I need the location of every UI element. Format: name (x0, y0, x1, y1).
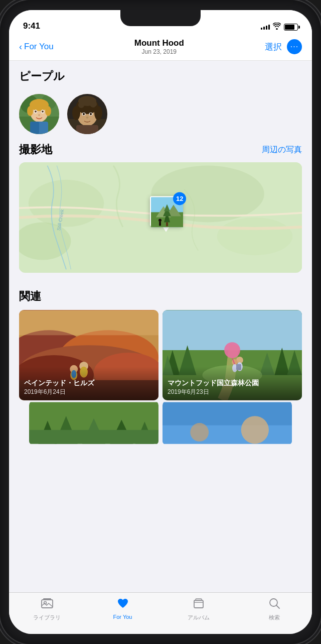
svg-rect-47 (159, 222, 161, 226)
tab-bar: ライブラリ For You アルバム (9, 592, 312, 634)
related-name-painted-hills: ペインテッド・ヒルズ (24, 379, 153, 388)
related-label-painted-hills: ペインテッド・ヒルズ 2019年6月24日 (19, 367, 158, 400)
svg-rect-87 (163, 425, 292, 444)
map-container[interactable]: Still Creek (19, 162, 302, 273)
wifi-icon (273, 23, 281, 31)
svg-point-22 (78, 102, 84, 108)
svg-rect-91 (43, 598, 51, 599)
svg-line-97 (276, 605, 279, 608)
back-button[interactable]: ‹ For You (19, 42, 54, 52)
svg-point-12 (38, 115, 40, 116)
svg-point-29 (90, 113, 92, 115)
tab-albums-label: アルバム (188, 614, 210, 621)
more-button[interactable]: ··· (287, 39, 302, 54)
albums-icon (193, 598, 205, 612)
nav-actions: 選択 ··· (265, 39, 302, 54)
svg-point-7 (45, 106, 51, 116)
status-icons (261, 23, 298, 31)
related-date-painted-hills: 2019年6月24日 (24, 388, 153, 396)
location-title: 撮影地 (19, 142, 52, 157)
svg-rect-94 (196, 599, 202, 600)
svg-point-33 (29, 180, 104, 227)
map-photo-thumb: 12 (150, 196, 182, 226)
location-section: 撮影地 周辺の写真 (9, 142, 312, 281)
page-title: Mount Hood (134, 38, 184, 48)
tab-for-you-label: For You (113, 614, 132, 620)
bottom-item-left[interactable] (29, 400, 158, 446)
more-icon: ··· (290, 43, 298, 51)
related-section: 関連 (9, 281, 312, 458)
svg-rect-55 (19, 310, 158, 336)
svg-point-88 (241, 416, 269, 444)
svg-point-89 (190, 423, 209, 442)
tab-albums[interactable]: アルバム (160, 598, 236, 621)
status-time: 9:41 (23, 21, 40, 31)
tab-library[interactable]: ライブラリ (9, 598, 85, 621)
bottom-item-right[interactable] (163, 400, 292, 446)
content-area: ピープル (9, 61, 312, 590)
back-label: For You (24, 42, 54, 52)
svg-point-35 (217, 218, 292, 255)
map-pin[interactable]: 12 (150, 196, 182, 232)
svg-rect-31 (76, 125, 98, 134)
people-section: ピープル (9, 61, 312, 94)
nav-title: Mount Hood Jun 23, 2019 (134, 38, 184, 55)
tab-for-you[interactable]: For You (85, 598, 160, 620)
location-header: 撮影地 周辺の写真 (19, 142, 302, 157)
tab-library-label: ライブラリ (33, 614, 61, 621)
nearby-button[interactable]: 周辺の写真 (262, 145, 302, 155)
svg-rect-14 (30, 122, 39, 134)
tab-search[interactable]: 検索 (236, 598, 312, 621)
bottom-row (19, 400, 302, 454)
signal-bars-icon (261, 25, 270, 30)
svg-point-10 (35, 111, 37, 113)
related-title: 関連 (19, 289, 302, 304)
person-avatar-teen[interactable] (67, 94, 107, 134)
library-icon (41, 598, 53, 612)
svg-point-11 (42, 111, 44, 113)
related-grid: ペインテッド・ヒルズ 2019年6月24日 (19, 310, 302, 400)
battery-icon (284, 24, 298, 31)
svg-rect-93 (194, 600, 203, 608)
svg-rect-90 (42, 600, 53, 608)
svg-rect-45 (166, 222, 168, 226)
person-avatar-child[interactable] (19, 94, 59, 134)
map-badge: 12 (173, 192, 186, 205)
phone-screen: 9:41 (9, 10, 312, 634)
svg-rect-85 (29, 430, 158, 444)
related-label-forest-trail: マウントフッド国立森林公園 2019年6月23日 (163, 367, 302, 400)
search-icon (269, 598, 280, 612)
people-title: ピープル (19, 69, 302, 84)
phone-frame: 9:41 (0, 0, 321, 644)
related-item-forest-trail[interactable]: マウントフッド国立森林公園 2019年6月23日 (163, 310, 302, 400)
nav-bar: ‹ For You Mount Hood Jun 23, 2019 選択 ··· (9, 34, 312, 61)
svg-point-24 (75, 106, 80, 112)
related-name-forest-trail: マウントフッド国立森林公園 (168, 379, 297, 388)
page-subtitle: Jun 23, 2019 (134, 48, 184, 55)
tab-search-label: 検索 (269, 614, 280, 621)
svg-point-25 (95, 105, 100, 111)
related-date-forest-trail: 2019年6月23日 (168, 388, 297, 396)
svg-point-6 (27, 106, 33, 116)
related-item-painted-hills[interactable]: ペインテッド・ヒルズ 2019年6月24日 (19, 310, 158, 400)
people-row (9, 94, 312, 142)
heart-icon (117, 598, 129, 612)
select-button[interactable]: 選択 (265, 41, 282, 53)
chevron-left-icon: ‹ (19, 42, 22, 52)
svg-point-28 (83, 113, 85, 115)
svg-point-76 (224, 342, 240, 358)
notch (120, 10, 201, 26)
svg-point-46 (158, 219, 162, 222)
svg-point-30 (86, 117, 89, 119)
